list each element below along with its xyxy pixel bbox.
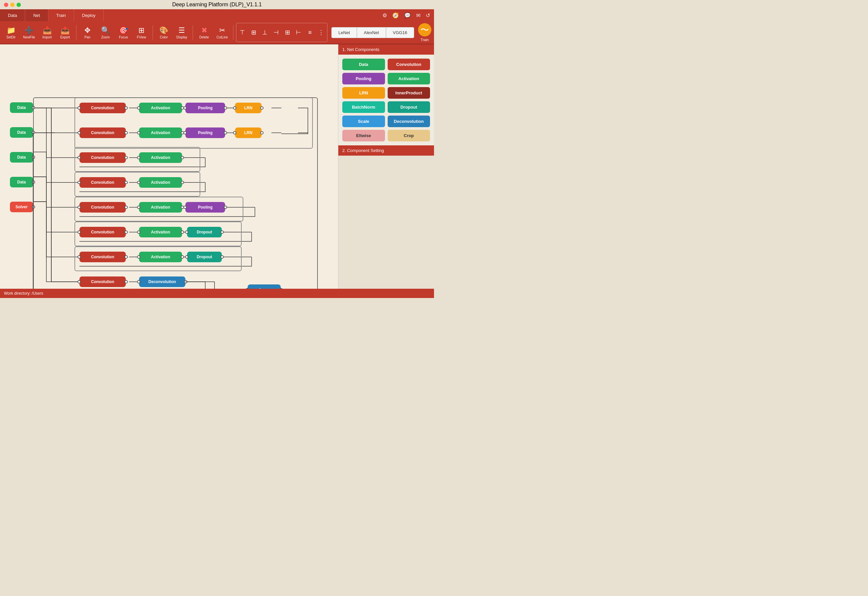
settings-area [338, 155, 434, 289]
components-grid: Data Convolution Pooling Activation LRN … [338, 55, 434, 145]
data-node-4[interactable]: Data [10, 177, 33, 188]
train-button[interactable]: 〜 Train [418, 23, 431, 42]
export-icon: 📤 [61, 26, 69, 35]
act-r7[interactable]: Activation [139, 251, 182, 262]
sep1 [76, 25, 77, 40]
lenet-button[interactable]: LeNet [331, 27, 357, 38]
deconv-r8[interactable]: Deconvolution [139, 277, 185, 287]
act-r6[interactable]: Activation [139, 227, 182, 237]
act-r4[interactable]: Activation [139, 177, 182, 188]
toolbar: 📁 SetDir ➕ NewFile 📥 Import 📤 Export ✥ P… [0, 21, 434, 44]
loss-node[interactable]: Loss [248, 284, 281, 289]
close-button[interactable] [4, 3, 8, 7]
tab-deploy[interactable]: Deploy [74, 9, 103, 21]
comp-innerproduct[interactable]: InnerProduct [388, 87, 430, 99]
conv-r7[interactable]: Convolution [80, 251, 126, 262]
pool-r2[interactable]: Pooling [185, 127, 225, 138]
data-node-2[interactable]: Data [10, 127, 33, 138]
train-icon: 〜 [418, 23, 431, 36]
vgg16-button[interactable]: VGG16 [386, 27, 414, 38]
comp-crop[interactable]: Crop [388, 130, 430, 141]
align-top[interactable]: ⊤ [237, 24, 248, 41]
settings-icon[interactable]: ⚙ [382, 12, 387, 19]
import-button[interactable]: 📥 Import [39, 22, 55, 42]
comp-eltwise[interactable]: Eltwise [342, 130, 385, 141]
tabbar: Data Net Train Deploy ⚙ 🧭 💬 ✉ ↺ [0, 9, 434, 21]
pool-r1[interactable]: Pooling [185, 103, 225, 113]
pan-icon: ✥ [84, 26, 90, 35]
align-left[interactable]: ⊣ [271, 24, 281, 41]
zoom-button[interactable]: 🔍 Zoom [97, 22, 114, 42]
chat-icon[interactable]: 💬 [404, 12, 411, 19]
comp-lrn[interactable]: LRN [342, 87, 385, 99]
align-right[interactable]: ⊢ [293, 24, 304, 41]
comp-convolution[interactable]: Convolution [388, 59, 430, 70]
comp-deconvolution[interactable]: Deconvolution [388, 115, 430, 127]
mail-icon[interactable]: ✉ [416, 12, 421, 19]
comp-data[interactable]: Data [342, 59, 385, 70]
distribute-h[interactable]: ≡ [304, 24, 315, 41]
export-button[interactable]: 📤 Export [57, 22, 73, 42]
focus-icon: 🎯 [119, 26, 128, 35]
solver-node[interactable]: Solver [10, 202, 33, 212]
statusbar: Work directory: /Users [0, 289, 434, 298]
pan-button[interactable]: ✥ Pan [79, 22, 96, 42]
conv-r1[interactable]: Convolution [80, 103, 126, 113]
preset-group: LeNet AlexNet VGG16 [331, 27, 414, 38]
data-node-1[interactable]: Data [10, 102, 33, 113]
delete-button[interactable]: ✖ Delete [196, 22, 212, 42]
newfile-button[interactable]: ➕ NewFile [21, 22, 37, 42]
tab-icons: ⚙ 🧭 💬 ✉ ↺ [382, 9, 434, 21]
fview-button[interactable]: ⊞ FView [133, 22, 150, 42]
color-button[interactable]: 🎨 Color [156, 22, 172, 42]
comp-dropout[interactable]: Dropout [388, 101, 430, 113]
align-bottom[interactable]: ⊥ [260, 24, 270, 41]
refresh-icon[interactable]: ↺ [426, 12, 430, 19]
lrn-r1[interactable]: LRN [235, 103, 261, 113]
dropout-r6[interactable]: Dropout [187, 227, 222, 237]
delete-icon: ✖ [201, 26, 207, 35]
maximize-button[interactable] [16, 3, 21, 7]
align-group: ⊤ ⊞ ⊥ ⊣ ⊞ ⊢ ≡ ⋮ [236, 23, 328, 42]
conv-r3[interactable]: Convolution [80, 152, 126, 163]
act-r2[interactable]: Activation [139, 127, 182, 138]
status-text: Work directory: /Users [4, 291, 43, 296]
conv-r6[interactable]: Convolution [80, 227, 126, 237]
alexnet-button[interactable]: AlexNet [357, 27, 386, 38]
color-icon: 🎨 [159, 26, 168, 35]
comp-scale[interactable]: Scale [342, 115, 385, 127]
conv-r4[interactable]: Convolution [80, 177, 126, 188]
conv-r2[interactable]: Convolution [80, 127, 126, 138]
tab-train[interactable]: Train [48, 9, 74, 21]
main: Data Data Data Data Solver Convolution A… [0, 44, 434, 289]
canvas-area[interactable]: Data Data Data Data Solver Convolution A… [0, 44, 338, 289]
titlebar: Deep Learning Platform (DLP)_V1.1.1 [0, 0, 434, 9]
dropout-r7[interactable]: Dropout [187, 251, 222, 262]
comp-pooling[interactable]: Pooling [342, 73, 385, 84]
act-r1[interactable]: Activation [139, 103, 182, 113]
act-r3[interactable]: Activation [139, 152, 182, 163]
act-r5[interactable]: Activation [139, 202, 182, 213]
conv-r8[interactable]: Convolution [80, 277, 126, 287]
comp-activation[interactable]: Activation [388, 73, 430, 84]
data-node-3[interactable]: Data [10, 152, 33, 163]
tab-net[interactable]: Net [25, 9, 48, 21]
align-center-v[interactable]: ⊞ [282, 24, 293, 41]
pool-r5[interactable]: Pooling [185, 202, 225, 213]
setdir-button[interactable]: 📁 SetDir [3, 22, 19, 42]
align-middle-h[interactable]: ⊞ [248, 24, 259, 41]
sep4 [233, 25, 233, 40]
compass-icon[interactable]: 🧭 [392, 12, 399, 19]
cutline-button[interactable]: ✂ CutLine [214, 22, 230, 42]
setdir-icon: 📁 [7, 26, 16, 35]
tab-data[interactable]: Data [0, 9, 25, 21]
lrn-r2[interactable]: LRN [235, 127, 261, 138]
minimize-button[interactable] [10, 3, 15, 7]
comp-batchnorm[interactable]: BatchNorm [342, 101, 385, 113]
newfile-icon: ➕ [25, 26, 34, 35]
display-icon: ☰ [179, 26, 185, 35]
focus-button[interactable]: 🎯 Focus [115, 22, 132, 42]
conv-r5[interactable]: Convolution [80, 202, 126, 213]
display-button[interactable]: ☰ Display [173, 22, 190, 42]
distribute-v[interactable]: ⋮ [316, 24, 326, 41]
